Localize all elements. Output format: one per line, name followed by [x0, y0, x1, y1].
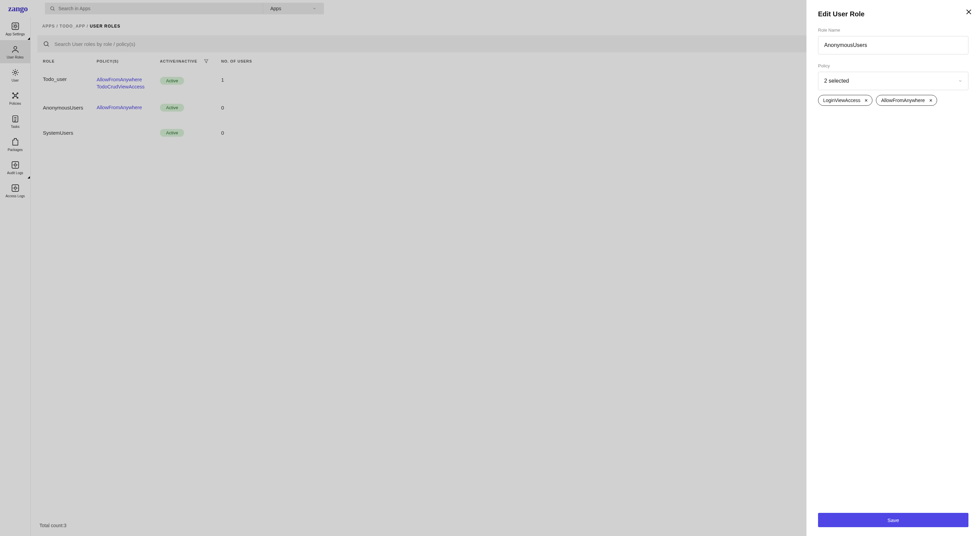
svg-point-16: [44, 41, 48, 46]
sidenav-item-audit-logs[interactable]: Audit Logs: [0, 156, 30, 179]
svg-point-4: [14, 46, 17, 49]
chip-remove-button[interactable]: ✕: [929, 98, 933, 103]
sidenav-item-user-roles[interactable]: User Roles: [0, 40, 30, 63]
close-button[interactable]: [965, 8, 972, 17]
chip-remove-button[interactable]: ✕: [864, 98, 868, 103]
search-scope-label: Apps: [270, 6, 282, 11]
cell-users: 1: [221, 76, 262, 82]
svg-point-15: [14, 187, 16, 189]
sidenav-item-access-logs[interactable]: Access Logs: [0, 179, 30, 202]
th-role: ROLE: [43, 59, 97, 63]
search-scope-select[interactable]: Apps: [263, 3, 324, 14]
cell-policies: AllowFromAnywhere TodoCrudViewAccess: [97, 76, 160, 90]
chevron-down-icon: [312, 6, 317, 11]
policy-select-value: 2 selected: [824, 78, 849, 84]
cell-policies: AllowFromAnywhere: [97, 104, 160, 111]
search-icon: [50, 6, 55, 11]
gear-icon: [11, 68, 20, 77]
sidenav-label: User Roles: [7, 56, 24, 59]
status-badge: Active: [160, 77, 184, 85]
cell-users: 0: [221, 130, 262, 136]
chevron-down-icon: [958, 79, 962, 83]
chip-label: LoginViewAccess: [823, 98, 860, 103]
policy-chip: LoginViewAccess ✕: [818, 95, 872, 106]
filter-icon[interactable]: [204, 59, 209, 64]
user-role-icon: [11, 45, 20, 54]
role-name-input[interactable]: [818, 36, 969, 54]
close-icon: [965, 8, 972, 16]
th-policy: POLICY(S): [97, 59, 160, 63]
global-search-input[interactable]: [59, 6, 258, 11]
svg-point-13: [14, 164, 16, 166]
sidenav-label: App Settings: [5, 32, 25, 36]
policy-select[interactable]: 2 selected: [818, 72, 969, 90]
side-nav: App Settings User Roles User Policies Ta…: [0, 17, 30, 536]
sidenav-item-user[interactable]: User: [0, 63, 30, 86]
panel-title: Edit User Role: [818, 10, 969, 18]
policies-icon: [11, 91, 20, 100]
gear-box-icon: [11, 184, 20, 192]
tasks-icon: [11, 114, 20, 123]
brand-logo: zango: [8, 4, 28, 13]
sidenav-label: Audit Logs: [7, 171, 23, 175]
policy-chips: LoginViewAccess ✕ AllowFromAnywhere ✕: [818, 95, 969, 106]
svg-point-0: [50, 7, 53, 10]
chip-label: AllowFromAnywhere: [881, 98, 924, 103]
th-status[interactable]: ACTIVE/INACTIVE: [160, 59, 221, 64]
sidenav-item-app-settings[interactable]: App Settings: [0, 17, 30, 40]
save-button[interactable]: Save: [818, 513, 969, 527]
policy-link[interactable]: TodoCrudViewAccess: [97, 83, 160, 90]
sidenav-label: Policies: [9, 102, 21, 105]
sidenav-item-tasks[interactable]: Tasks: [0, 109, 30, 133]
search-icon: [43, 40, 50, 47]
edit-role-panel: Edit User Role Role Name Policy 2 select…: [807, 0, 980, 536]
status-badge: Active: [160, 129, 184, 137]
sidenav-label: Tasks: [11, 125, 20, 128]
svg-point-3: [14, 25, 16, 27]
sidenav-item-policies[interactable]: Policies: [0, 86, 30, 109]
svg-line-1: [53, 10, 54, 11]
packages-icon: [11, 137, 20, 146]
status-badge: Active: [160, 104, 184, 111]
sidenav-label: Packages: [8, 148, 23, 152]
th-users: NO. OF USERS: [221, 59, 262, 63]
role-name-label: Role Name: [818, 27, 969, 33]
cell-role: AnonymousUsers: [43, 105, 97, 111]
sidenav-item-packages[interactable]: Packages: [0, 133, 30, 156]
policy-link[interactable]: AllowFromAnywhere: [97, 104, 160, 111]
policy-chip: AllowFromAnywhere ✕: [876, 95, 937, 106]
svg-point-5: [14, 71, 16, 74]
cell-role: Todo_user: [43, 76, 97, 82]
policy-link[interactable]: AllowFromAnywhere: [97, 76, 160, 83]
gear-box-icon: [11, 22, 20, 31]
policy-label: Policy: [818, 63, 969, 68]
submenu-indicator-icon: [27, 176, 30, 179]
cell-role: SystemUsers: [43, 130, 97, 136]
submenu-indicator-icon: [27, 37, 30, 40]
sidenav-label: Access Logs: [5, 194, 25, 198]
sidenav-label: User: [11, 79, 19, 82]
cell-users: 0: [221, 105, 262, 111]
svg-line-17: [48, 45, 49, 47]
svg-point-6: [14, 95, 16, 96]
global-search[interactable]: Apps: [45, 3, 324, 14]
gear-box-icon: [11, 160, 20, 170]
